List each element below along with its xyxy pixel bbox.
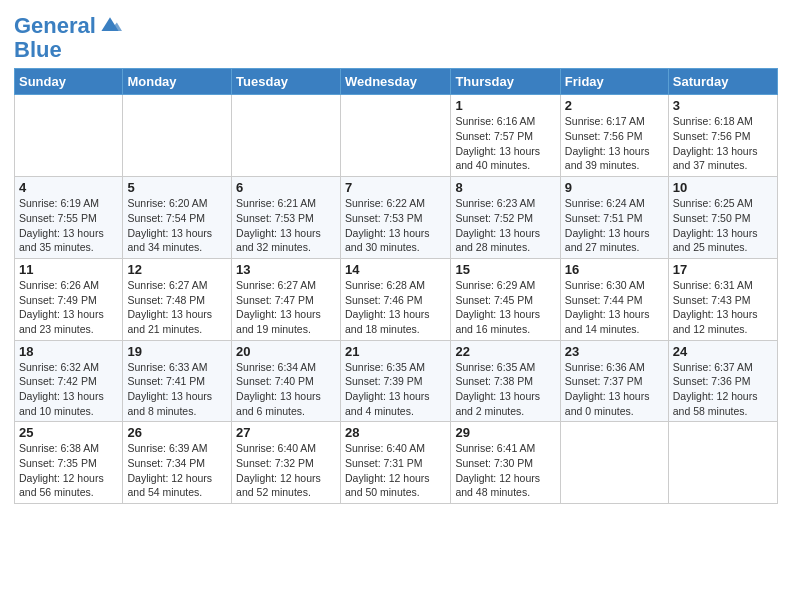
day-info: Sunrise: 6:24 AM Sunset: 7:51 PM Dayligh… [565,196,664,255]
day-number: 5 [127,180,227,195]
day-number: 17 [673,262,773,277]
calendar-cell [232,95,341,177]
day-number: 26 [127,425,227,440]
calendar-cell: 24Sunrise: 6:37 AM Sunset: 7:36 PM Dayli… [668,340,777,422]
day-info: Sunrise: 6:32 AM Sunset: 7:42 PM Dayligh… [19,360,118,419]
day-number: 1 [455,98,555,113]
calendar-table: SundayMondayTuesdayWednesdayThursdayFrid… [14,68,778,504]
day-info: Sunrise: 6:34 AM Sunset: 7:40 PM Dayligh… [236,360,336,419]
day-info: Sunrise: 6:22 AM Sunset: 7:53 PM Dayligh… [345,196,446,255]
calendar-cell: 20Sunrise: 6:34 AM Sunset: 7:40 PM Dayli… [232,340,341,422]
day-number: 15 [455,262,555,277]
day-number: 12 [127,262,227,277]
calendar-week-1: 1Sunrise: 6:16 AM Sunset: 7:57 PM Daylig… [15,95,778,177]
day-number: 27 [236,425,336,440]
day-info: Sunrise: 6:35 AM Sunset: 7:38 PM Dayligh… [455,360,555,419]
logo-icon [98,15,122,35]
day-info: Sunrise: 6:18 AM Sunset: 7:56 PM Dayligh… [673,114,773,173]
day-info: Sunrise: 6:26 AM Sunset: 7:49 PM Dayligh… [19,278,118,337]
calendar-week-4: 18Sunrise: 6:32 AM Sunset: 7:42 PM Dayli… [15,340,778,422]
calendar-cell: 11Sunrise: 6:26 AM Sunset: 7:49 PM Dayli… [15,258,123,340]
day-number: 9 [565,180,664,195]
day-info: Sunrise: 6:29 AM Sunset: 7:45 PM Dayligh… [455,278,555,337]
calendar-cell: 27Sunrise: 6:40 AM Sunset: 7:32 PM Dayli… [232,422,341,504]
day-info: Sunrise: 6:35 AM Sunset: 7:39 PM Dayligh… [345,360,446,419]
day-number: 8 [455,180,555,195]
day-number: 6 [236,180,336,195]
day-number: 4 [19,180,118,195]
day-number: 21 [345,344,446,359]
header: General Blue [14,10,778,62]
calendar-cell: 12Sunrise: 6:27 AM Sunset: 7:48 PM Dayli… [123,258,232,340]
day-number: 29 [455,425,555,440]
calendar-cell: 26Sunrise: 6:39 AM Sunset: 7:34 PM Dayli… [123,422,232,504]
calendar-cell: 2Sunrise: 6:17 AM Sunset: 7:56 PM Daylig… [560,95,668,177]
calendar-cell: 23Sunrise: 6:36 AM Sunset: 7:37 PM Dayli… [560,340,668,422]
day-info: Sunrise: 6:20 AM Sunset: 7:54 PM Dayligh… [127,196,227,255]
day-info: Sunrise: 6:30 AM Sunset: 7:44 PM Dayligh… [565,278,664,337]
calendar-cell: 13Sunrise: 6:27 AM Sunset: 7:47 PM Dayli… [232,258,341,340]
calendar-cell: 25Sunrise: 6:38 AM Sunset: 7:35 PM Dayli… [15,422,123,504]
calendar-cell: 22Sunrise: 6:35 AM Sunset: 7:38 PM Dayli… [451,340,560,422]
calendar-cell: 29Sunrise: 6:41 AM Sunset: 7:30 PM Dayli… [451,422,560,504]
day-number: 2 [565,98,664,113]
calendar-week-2: 4Sunrise: 6:19 AM Sunset: 7:55 PM Daylig… [15,177,778,259]
day-number: 16 [565,262,664,277]
calendar-cell [340,95,450,177]
logo-text-line1: General [14,14,96,38]
calendar-header-sunday: Sunday [15,69,123,95]
calendar-cell: 18Sunrise: 6:32 AM Sunset: 7:42 PM Dayli… [15,340,123,422]
calendar-cell: 17Sunrise: 6:31 AM Sunset: 7:43 PM Dayli… [668,258,777,340]
calendar-cell: 3Sunrise: 6:18 AM Sunset: 7:56 PM Daylig… [668,95,777,177]
calendar-week-3: 11Sunrise: 6:26 AM Sunset: 7:49 PM Dayli… [15,258,778,340]
day-info: Sunrise: 6:25 AM Sunset: 7:50 PM Dayligh… [673,196,773,255]
page: General Blue SundayMondayTuesdayWednesda… [0,0,792,612]
calendar-header-thursday: Thursday [451,69,560,95]
day-info: Sunrise: 6:40 AM Sunset: 7:31 PM Dayligh… [345,441,446,500]
calendar-cell [668,422,777,504]
day-info: Sunrise: 6:17 AM Sunset: 7:56 PM Dayligh… [565,114,664,173]
calendar-cell: 9Sunrise: 6:24 AM Sunset: 7:51 PM Daylig… [560,177,668,259]
day-info: Sunrise: 6:38 AM Sunset: 7:35 PM Dayligh… [19,441,118,500]
calendar-cell: 6Sunrise: 6:21 AM Sunset: 7:53 PM Daylig… [232,177,341,259]
day-number: 11 [19,262,118,277]
day-number: 20 [236,344,336,359]
logo-text-line2: Blue [14,38,122,62]
day-number: 19 [127,344,227,359]
calendar-cell: 21Sunrise: 6:35 AM Sunset: 7:39 PM Dayli… [340,340,450,422]
logo: General Blue [14,14,122,62]
calendar-cell: 4Sunrise: 6:19 AM Sunset: 7:55 PM Daylig… [15,177,123,259]
day-number: 13 [236,262,336,277]
calendar-cell: 14Sunrise: 6:28 AM Sunset: 7:46 PM Dayli… [340,258,450,340]
day-number: 7 [345,180,446,195]
day-number: 22 [455,344,555,359]
calendar-header-friday: Friday [560,69,668,95]
calendar-week-5: 25Sunrise: 6:38 AM Sunset: 7:35 PM Dayli… [15,422,778,504]
calendar-cell: 1Sunrise: 6:16 AM Sunset: 7:57 PM Daylig… [451,95,560,177]
calendar-cell [560,422,668,504]
day-info: Sunrise: 6:39 AM Sunset: 7:34 PM Dayligh… [127,441,227,500]
calendar-header-tuesday: Tuesday [232,69,341,95]
day-number: 10 [673,180,773,195]
day-info: Sunrise: 6:19 AM Sunset: 7:55 PM Dayligh… [19,196,118,255]
day-number: 3 [673,98,773,113]
calendar-cell: 5Sunrise: 6:20 AM Sunset: 7:54 PM Daylig… [123,177,232,259]
calendar-cell: 7Sunrise: 6:22 AM Sunset: 7:53 PM Daylig… [340,177,450,259]
day-info: Sunrise: 6:28 AM Sunset: 7:46 PM Dayligh… [345,278,446,337]
day-info: Sunrise: 6:36 AM Sunset: 7:37 PM Dayligh… [565,360,664,419]
day-info: Sunrise: 6:40 AM Sunset: 7:32 PM Dayligh… [236,441,336,500]
calendar-cell: 28Sunrise: 6:40 AM Sunset: 7:31 PM Dayli… [340,422,450,504]
calendar-cell [123,95,232,177]
day-info: Sunrise: 6:41 AM Sunset: 7:30 PM Dayligh… [455,441,555,500]
calendar-cell: 10Sunrise: 6:25 AM Sunset: 7:50 PM Dayli… [668,177,777,259]
calendar-cell [15,95,123,177]
calendar-cell: 16Sunrise: 6:30 AM Sunset: 7:44 PM Dayli… [560,258,668,340]
day-info: Sunrise: 6:16 AM Sunset: 7:57 PM Dayligh… [455,114,555,173]
day-info: Sunrise: 6:31 AM Sunset: 7:43 PM Dayligh… [673,278,773,337]
calendar-cell: 8Sunrise: 6:23 AM Sunset: 7:52 PM Daylig… [451,177,560,259]
calendar-cell: 19Sunrise: 6:33 AM Sunset: 7:41 PM Dayli… [123,340,232,422]
calendar-header-row: SundayMondayTuesdayWednesdayThursdayFrid… [15,69,778,95]
day-number: 14 [345,262,446,277]
day-number: 24 [673,344,773,359]
day-number: 23 [565,344,664,359]
